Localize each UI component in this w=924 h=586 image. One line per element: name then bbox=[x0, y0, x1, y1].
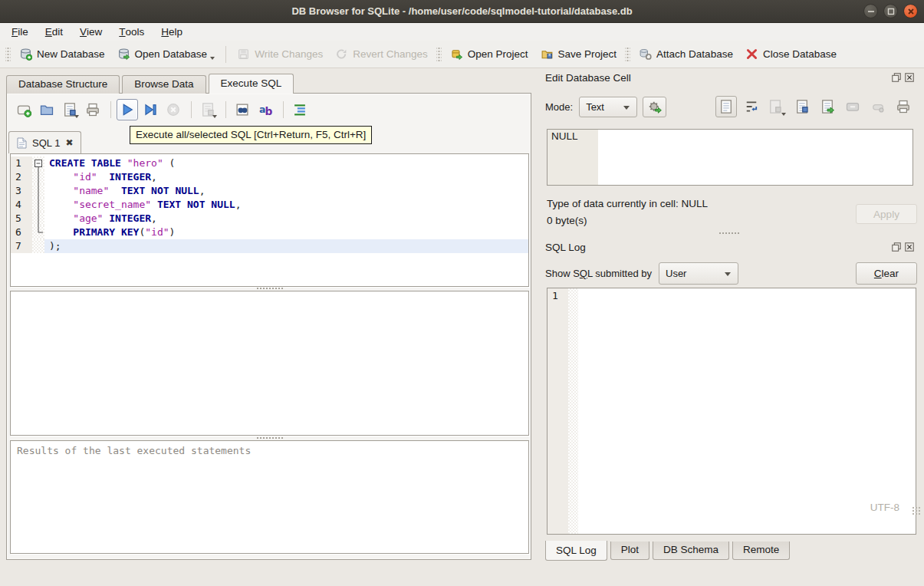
line-number: 4 bbox=[11, 198, 32, 212]
fold-margin-tree[interactable] bbox=[32, 156, 44, 253]
new-tab-button[interactable] bbox=[13, 99, 35, 120]
dropdown-caret-icon[interactable] bbox=[210, 57, 215, 60]
attach-database-icon bbox=[639, 48, 652, 61]
editor-line[interactable]: 6 PRIMARY KEY("id") bbox=[11, 226, 528, 239]
save-project-button[interactable]: Save Project bbox=[534, 44, 623, 64]
text-mode-icon bbox=[718, 99, 734, 114]
find-button[interactable] bbox=[232, 99, 253, 120]
execute-current-line-button[interactable] bbox=[140, 99, 161, 120]
resize-grip-icon[interactable] bbox=[912, 506, 921, 515]
open-database-button[interactable]: Open Database bbox=[111, 44, 222, 64]
sql-file-icon bbox=[17, 137, 27, 149]
log-line-number: 1 bbox=[547, 288, 568, 534]
close-button[interactable] bbox=[903, 4, 918, 18]
mode-select[interactable]: Text bbox=[579, 97, 637, 117]
format-sql-button[interactable] bbox=[289, 99, 311, 120]
execute-all-button[interactable] bbox=[117, 99, 138, 120]
print-cell-button[interactable] bbox=[893, 96, 914, 117]
minimize-button[interactable] bbox=[863, 4, 878, 18]
revert-changes-button: Revert Changes bbox=[329, 44, 434, 64]
set-null-icon bbox=[870, 99, 886, 114]
code-text: PRIMARY KEY("id") bbox=[44, 226, 528, 239]
menu-item-view[interactable]: View bbox=[71, 23, 110, 41]
save-results-button bbox=[197, 99, 219, 120]
editor-line[interactable]: 5 "age" INTEGER, bbox=[11, 212, 528, 226]
clear-log-button[interactable]: Clear bbox=[856, 262, 917, 285]
export-file-icon bbox=[820, 99, 835, 114]
log-filter-value: User bbox=[666, 268, 686, 279]
revert-changes-icon bbox=[335, 48, 348, 61]
format-sql-icon bbox=[292, 102, 307, 117]
import-file-button[interactable] bbox=[791, 96, 813, 117]
float-dock-icon[interactable] bbox=[891, 242, 902, 252]
cell-editor-toolbar bbox=[715, 96, 918, 117]
word-wrap-button[interactable] bbox=[741, 96, 762, 117]
log-filter-select[interactable]: User bbox=[659, 262, 738, 285]
close-dock-icon[interactable] bbox=[904, 242, 915, 252]
close-tab-icon[interactable]: ✖ bbox=[65, 137, 73, 148]
dock-tab-plot[interactable]: Plot bbox=[610, 542, 649, 560]
tab-database-structure[interactable]: Database Structure bbox=[6, 75, 120, 94]
dock-tab-db-schema[interactable]: DB Schema bbox=[653, 542, 729, 560]
close-database-icon bbox=[745, 48, 758, 61]
window-controls bbox=[863, 4, 918, 18]
execute-all-icon bbox=[120, 102, 135, 117]
open-sql-file-button[interactable] bbox=[36, 99, 58, 120]
right-dock: Edit Database Cell Mode: Text NULL Type … bbox=[541, 68, 918, 566]
editor-line[interactable]: 1CREATE TABLE "hero" ( bbox=[11, 156, 528, 170]
maximize-button[interactable] bbox=[883, 4, 898, 18]
open-external-button bbox=[842, 96, 863, 117]
word-wrap-icon bbox=[744, 99, 759, 114]
export-file-button[interactable] bbox=[817, 96, 838, 117]
menu-item-file[interactable]: File bbox=[3, 23, 37, 41]
new-database-button[interactable]: New Database bbox=[13, 44, 111, 64]
sql-document-tab[interactable]: SQL 1 ✖ bbox=[8, 131, 81, 153]
main-toolbar: New DatabaseOpen DatabaseWrite ChangesRe… bbox=[0, 41, 924, 68]
menu-item-edit[interactable]: Edit bbox=[37, 23, 71, 41]
replace-button[interactable]: ab bbox=[255, 99, 276, 120]
save-sql-file-button[interactable] bbox=[59, 99, 81, 120]
print-button[interactable] bbox=[82, 99, 104, 120]
sql-editor[interactable]: 1CREATE TABLE "hero" (2 "id" INTEGER,3 "… bbox=[10, 153, 529, 287]
open-project-button[interactable]: Open Project bbox=[444, 44, 534, 64]
mode-label: Mode: bbox=[545, 101, 573, 113]
cell-edit-area[interactable] bbox=[598, 130, 912, 185]
tab-execute-sql[interactable]: Execute SQL bbox=[209, 74, 294, 94]
dock-tab-sql-log[interactable]: SQL Log bbox=[545, 541, 607, 561]
menu-item-tools[interactable]: Tools bbox=[110, 23, 153, 41]
text-mode-button[interactable] bbox=[715, 96, 737, 117]
write-changes-button: Write Changes bbox=[231, 44, 329, 64]
dock-splitter[interactable] bbox=[541, 230, 918, 235]
save-as-icon bbox=[768, 99, 783, 114]
attach-database-button[interactable]: Attach Database bbox=[633, 44, 739, 64]
sql-log-title: SQL Log bbox=[545, 242, 586, 253]
execute-current-line-icon bbox=[143, 102, 158, 117]
stop-button bbox=[163, 99, 184, 120]
save-project-icon bbox=[541, 48, 554, 61]
float-dock-icon[interactable] bbox=[891, 72, 902, 83]
splitter-grid-results[interactable] bbox=[10, 436, 529, 440]
menu-item-help[interactable]: Help bbox=[153, 23, 191, 41]
cell-value-editor[interactable]: NULL bbox=[547, 129, 913, 186]
code-text: ); bbox=[44, 239, 528, 253]
editor-line[interactable]: 7); bbox=[11, 239, 528, 253]
code-text: "name" TEXT NOT NULL, bbox=[44, 184, 528, 198]
line-number: 6 bbox=[11, 226, 32, 239]
tab-browse-data[interactable]: Browse Data bbox=[122, 75, 206, 94]
close-database-button[interactable]: Close Database bbox=[739, 44, 843, 64]
stop-icon bbox=[166, 102, 181, 117]
apply-external-button[interactable] bbox=[643, 97, 666, 117]
splitter-editor-grid[interactable] bbox=[10, 286, 529, 290]
svg-text:b: b bbox=[265, 105, 272, 117]
apply-button[interactable]: Apply bbox=[856, 204, 917, 224]
write-changes-icon bbox=[237, 48, 250, 61]
cell-type-info: Type of data currently in cell: NULL bbox=[547, 198, 708, 209]
close-dock-icon[interactable] bbox=[904, 72, 915, 83]
code-text: "age" INTEGER, bbox=[44, 212, 528, 226]
editor-line[interactable]: 4 "secret_name" TEXT NOT NULL, bbox=[11, 198, 528, 212]
dock-tab-remote[interactable]: Remote bbox=[732, 542, 790, 560]
sql-tab-label: SQL 1 bbox=[32, 137, 60, 149]
menubar: FileEditViewToolsHelp bbox=[0, 23, 924, 41]
editor-line[interactable]: 2 "id" INTEGER, bbox=[11, 170, 528, 184]
editor-line[interactable]: 3 "name" TEXT NOT NULL, bbox=[11, 184, 528, 198]
